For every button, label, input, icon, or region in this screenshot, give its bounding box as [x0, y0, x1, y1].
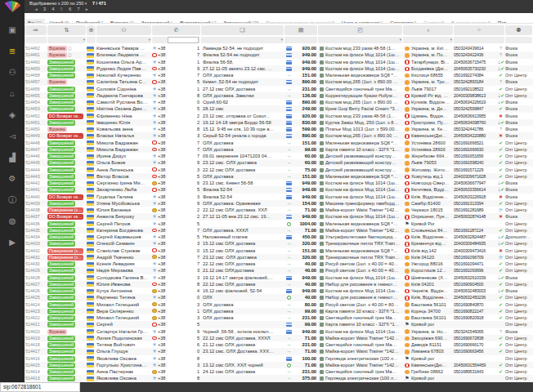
info-icon[interactable]: ⓘ: [68, 46, 72, 51]
column-header-manager[interactable]: ⚉: [505, 25, 532, 35]
column-header-tracking-number[interactable]: ⁘: [454, 25, 504, 35]
column-filter-payment-amount[interactable]: [284, 37, 317, 43]
settings-nav-icon[interactable]: ⚙: [0, 168, 25, 189]
column-filter-order-id[interactable]: [25, 37, 47, 43]
order-row-514455[interactable]: 514455ЗавершенийЛюдмила Гончарова✳+388ОЛ…: [25, 92, 533, 99]
column-filter-client[interactable]: ▾: [96, 37, 151, 43]
order-row-514457[interactable]: 514457ВідмоваСалепіна Татьяна С…+385Кеме…: [25, 78, 533, 85]
order-row-514441[interactable]: 514441ЗавершенийЗахарченко Люба+385Фиалк…: [25, 186, 533, 193]
column-filter-manager[interactable]: [505, 37, 532, 43]
order-row-514448[interactable]: 514448ЗавершенийМикола Бадражан+387ОЛХ д…: [25, 140, 533, 146]
page-button-7[interactable]: 7: [77, 7, 79, 12]
order-row-514416[interactable]: 514416ЗавершенийЯковлева Оксана✳+388100.…: [25, 355, 533, 362]
order-row-514454[interactable]: 514454ЗавершенийСамотій Руслана Во…✳+380…: [25, 99, 533, 105]
network-nav-icon[interactable]: ◍: [0, 211, 25, 232]
order-row-514423[interactable]: 514423ЗавершенийВера Скляренко+381ОЛХ до…: [25, 308, 533, 314]
first-page-button[interactable]: «: [35, 7, 38, 12]
products-nav-icon[interactable]: ◈: [0, 105, 25, 126]
order-row-514434[interactable]: 514434ЗавершенийСергей Карамышев✳+385Нал…: [25, 234, 533, 240]
sip-address-field[interactable]: sip:0672818601: [0, 382, 80, 392]
order-row-514432[interactable]: 514432Повернення (з…Станіслав Стрижак+38…: [25, 247, 533, 254]
order-row-514421[interactable]: 514421ЗавершенийСергей+38599.00Карта пам…: [25, 321, 533, 327]
order-row-514435[interactable]: 514435ЗавершенийКатерина Богданова+387ОЛ…: [25, 227, 533, 234]
filter-caret-icon[interactable]: ▾: [83, 37, 85, 43]
column-header-phone[interactable]: ✆: [152, 25, 200, 35]
order-row-514445[interactable]: 514445ЗавершенийОльга Божик✳+38923.12 см…: [25, 159, 533, 166]
order-row-514429[interactable]: 514429ЗавершенийНадія Мерзаєва✳+38321.12…: [25, 267, 533, 274]
page-button-4[interactable]: 4: [52, 7, 54, 12]
order-row-514422[interactable]: 514422ЗавершенийМихаил Гилецький+383ОЛХ …: [25, 314, 533, 321]
order-row-514456[interactable]: 514456ЗавершенийСоломія Сідоніна✳+38127.…: [25, 86, 533, 92]
order-row-514424[interactable]: 514424ЗавершенийМихаил Гилецький+383ОЛХ …: [25, 301, 533, 308]
clients-nav-icon[interactable]: ⚇: [0, 62, 25, 83]
column-header-comment[interactable]: ❏: [201, 25, 284, 35]
order-row-514419[interactable]: 514419ЗавершенийЛилия Подолинская+38522.…: [25, 335, 533, 341]
order-row-514440[interactable]: 514440DO Возврат ок…Гуцалюк Галина✳+383Ф…: [25, 194, 533, 200]
order-row-514461[interactable]: 514461ВідмоваⓘБлизнюк Людмила …+387Фиалк…: [25, 51, 533, 58]
order-row-514437[interactable]: 514437DO Возврат ок…Анжела Безушку✳+3822…: [25, 213, 533, 220]
column-header-payment-amount[interactable]: ▤: [284, 25, 317, 35]
order-row-514449[interactable]: 514449DO Возврат ок…Власюк Наталья✳+383С…: [25, 132, 533, 139]
column-header-country[interactable]: ⊕: [87, 25, 96, 35]
phone-filter-input[interactable]: [168, 37, 199, 43]
filter-caret-icon[interactable]: ▾: [281, 37, 283, 43]
column-filter-comment[interactable]: ▾: [201, 37, 284, 43]
filter-caret-icon[interactable]: ▾: [149, 37, 150, 43]
order-row-514427[interactable]: 514427ЗавершенийЮлия Иванова+38822.12 см…: [25, 281, 533, 287]
column-filter-product[interactable]: ▾: [318, 37, 402, 43]
order-row-514443[interactable]: 514443ЗавершенийВіктор Власов+385ОЛХ дос…: [25, 173, 533, 180]
statistics-nav-icon[interactable]: ▟: [0, 147, 25, 168]
column-header-status[interactable]: ⇅: [47, 25, 86, 35]
order-row-514462[interactable]: 514462ВідмоваⓘКаневська Тамара …✳+381Лав…: [25, 45, 533, 51]
last-page-button[interactable]: »: [85, 7, 87, 12]
order-row-514451[interactable]: 514451ЗавершенийІващенко Юлія✳+38219.12 …: [25, 119, 533, 126]
order-row-514453[interactable]: 514453ЗавершенийНікітіна Оксана Дми…✳+38…: [25, 105, 533, 112]
page-button-3[interactable]: 3: [43, 7, 46, 12]
page-button-5[interactable]: 5: [60, 7, 63, 12]
column-filter-delivery-address[interactable]: ▾: [403, 37, 453, 43]
info-nav-icon[interactable]: ⓘ: [0, 189, 25, 211]
company-nav-icon[interactable]: ⌂: [0, 83, 25, 105]
order-row-514425[interactable]: 514425ЗавершенийРадченко Тетяна✳+380ОЛХ4…: [25, 294, 533, 301]
page-button-6[interactable]: 6: [69, 7, 71, 12]
order-row-514439[interactable]: 514439ЗавершенийУляна Мусійовська✳+389ОЛ…: [25, 200, 533, 207]
info-icon[interactable]: ⓘ: [68, 52, 72, 57]
order-row-514428[interactable]: 514428ЗавершенийСолодкова Галина В…✳+383…: [25, 274, 533, 281]
order-row-514417[interactable]: 514417ЗавершенийОльга Глущук✳+38023.12 с…: [25, 348, 533, 354]
order-row-514431[interactable]: 514431Повернення (з…Андрій Ткаченко+3872…: [25, 254, 533, 261]
order-row-514415[interactable]: 514415ЗавершенийГоргулько Христина…✳+383…: [25, 362, 533, 368]
promotions-nav-icon[interactable]: ◅: [0, 126, 25, 147]
order-row-514459[interactable]: 514459ЗавершенийРуденко Лидия Пав…+38927…: [25, 65, 533, 72]
order-row-514433[interactable]: 514433ЗавершенийОлексій Семанін✳+38315.1…: [25, 240, 533, 247]
column-filter-country[interactable]: [87, 37, 96, 43]
order-row-514447[interactable]: 514447ЗавершенийМикола Бадражан+387ОЛХ д…: [25, 146, 533, 153]
column-header-product[interactable]: ◰: [318, 25, 402, 35]
page-size-caret-icon[interactable]: ▾: [85, 1, 87, 6]
column-header-client[interactable]: ⚇: [96, 25, 151, 35]
order-row-514420[interactable]: 514420ВідмоваСитарчук Наталія Гр…✳+389Чо…: [25, 328, 533, 335]
column-header-order-id[interactable]: ≔: [25, 25, 47, 35]
orders-nav-icon[interactable]: ≣: [0, 41, 25, 62]
order-row-514418[interactable]: 514418ЗавершенийТетяна Войтович✳+38621.1…: [25, 341, 533, 348]
order-row-514414[interactable]: 514414ЗавершенийАнна Пастернак+38124.12 …: [25, 368, 533, 375]
video-nav-icon[interactable]: ▶: [0, 232, 25, 253]
filter-caret-icon[interactable]: ▾: [400, 37, 401, 43]
order-row-514446[interactable]: 514446ЗавершенийИрина Дидух✳+38709.01 зв…: [25, 153, 533, 159]
order-row-514450[interactable]: 514450ВідмоваКовальова анна✳+38815.12. 9…: [25, 126, 533, 132]
column-filter-tracking-number[interactable]: [454, 37, 504, 43]
order-row-514430[interactable]: 514430ЗавершенийКсенія Левадняя✳+38722.1…: [25, 261, 533, 267]
order-row-514444[interactable]: 514444ЗавершенийАнна Липенська+38322.12 …: [25, 167, 533, 173]
app-logo-icon[interactable]: [2, 1, 22, 13]
order-row-514458[interactable]: 514458ЗавершенийНиколай Кучеренко✳+387ОЛ…: [25, 72, 533, 78]
column-filter-status[interactable]: ▾: [47, 37, 86, 43]
column-header-delivery-address[interactable]: ♁: [403, 25, 453, 35]
order-row-514460[interactable]: 514460ЗавершенийКошелева Ольга Ар…✳+381Ф…: [25, 59, 533, 65]
order-row-514413[interactable]: 514413ЗавершенийЯковлева Оксана✳+388→375…: [25, 375, 533, 381]
dashboard-nav-icon[interactable]: ▣: [0, 20, 25, 41]
order-row-514436[interactable]: 514436ЗавершенийСергей Петров✳+3851004.0…: [25, 220, 533, 227]
order-row-514426[interactable]: 514426ЗавершенийКучук Антонина+38416.12 …: [25, 287, 533, 294]
order-row-514442[interactable]: 514442ЗавершенийСергієнко Ірина Ми…+3862…: [25, 180, 533, 186]
order-row-514438[interactable]: 514438Повернення (з…Юлия Баланюк+38222.1…: [25, 207, 533, 213]
order-row-514452[interactable]: 514452DO Возврат ок…Єфименко Ніна✳+38223…: [25, 113, 533, 119]
column-filter-phone[interactable]: [152, 37, 200, 43]
